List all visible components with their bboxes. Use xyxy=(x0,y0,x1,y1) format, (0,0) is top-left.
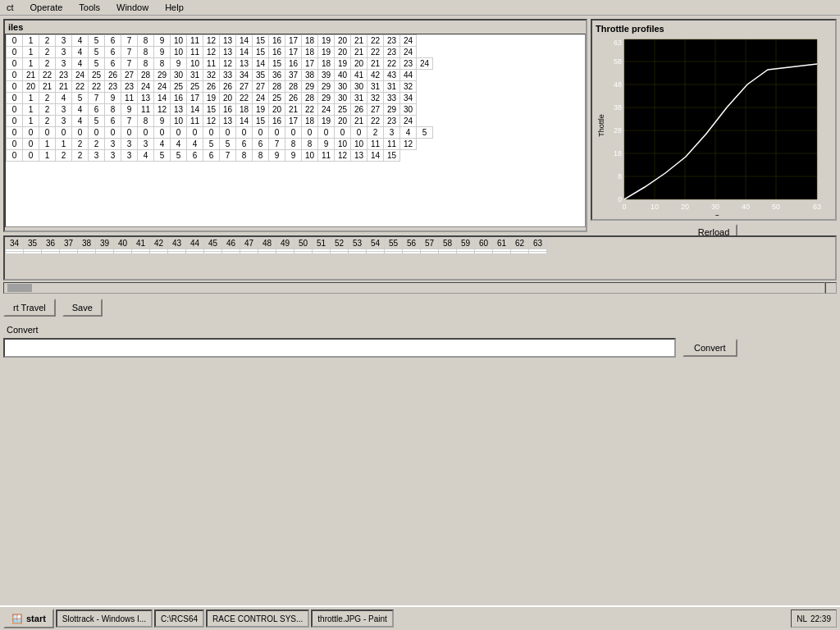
svg-text:63: 63 xyxy=(813,203,821,211)
table-cell: 11 xyxy=(187,35,203,47)
bottom-cell xyxy=(42,252,60,254)
table-cell: 25 xyxy=(269,93,285,104)
table-cell: 1 xyxy=(23,47,39,58)
taskbar-item-rcs64[interactable]: C:\RCS64 xyxy=(154,609,204,628)
table-cell: 16 xyxy=(285,58,302,70)
table-cell: 12 xyxy=(335,150,351,162)
taskbar-item-race-control[interactable]: RACE CONTROL SYS... xyxy=(206,609,309,628)
throttle-chart-svg: 0 10 20 30 40 50 63 0 8 18 xyxy=(596,35,825,216)
table-cell: 1 xyxy=(23,93,39,104)
table-cell: 13 xyxy=(220,116,236,127)
table-cell: 26 xyxy=(351,104,368,116)
table-cell: 7 xyxy=(121,47,138,58)
bottom-col-header: 60 xyxy=(475,238,493,249)
table-cell: 3 xyxy=(56,58,72,70)
table-cell: 4 xyxy=(187,139,203,150)
controls-row: rt Travel Save xyxy=(3,299,837,317)
table-cell: 10 xyxy=(351,139,368,150)
table-cell: 14 xyxy=(236,47,253,58)
table-cell: 23 xyxy=(384,47,400,58)
table-cell: 21 xyxy=(23,70,39,81)
table-row: 0212223242526272829303132333435363738394… xyxy=(7,70,433,81)
table-cell: 7 xyxy=(121,116,138,127)
table-cell: 37 xyxy=(285,70,302,81)
table-cell: 16 xyxy=(269,47,285,58)
chart-x-label: Car xyxy=(714,213,727,216)
menu-window[interactable]: Window xyxy=(113,2,152,13)
bottom-cell xyxy=(349,252,367,254)
table-cell: 11 xyxy=(203,58,220,70)
taskbar-tray: NL 22:39 xyxy=(791,609,837,628)
table-cell: 19 xyxy=(318,116,335,127)
table-cell: 11 xyxy=(384,139,400,150)
taskbar-item-slottrack[interactable]: Slottrack - Windows I... xyxy=(56,609,153,628)
menu-help[interactable]: Help xyxy=(162,2,187,13)
table-cell: 13 xyxy=(236,58,253,70)
table-cell: 39 xyxy=(318,70,335,81)
menu-operate[interactable]: Operate xyxy=(27,2,66,13)
bottom-col-header: 44 xyxy=(186,238,204,249)
taskbar-item-throttle-paint[interactable]: throttle.JPG - Paint xyxy=(311,609,393,628)
table-cell: 13 xyxy=(351,150,368,162)
table-cell: 12 xyxy=(154,104,171,116)
table-cell: 8 xyxy=(138,58,154,70)
table-cell: 42 xyxy=(368,70,384,81)
table-cell: 3 xyxy=(56,47,72,58)
scroll-corner[interactable] xyxy=(825,282,837,294)
table-cell: 0 xyxy=(121,127,138,139)
table-row: 001223334556678899101112131415 xyxy=(7,150,433,162)
table-cell: 13 xyxy=(220,47,236,58)
table-scroll-wrapper[interactable]: 0123456789101112131415161718192021222324… xyxy=(5,34,586,227)
table-cell: 0 xyxy=(23,150,39,162)
table-cell: 9 xyxy=(269,150,285,162)
table-cell: 19 xyxy=(318,47,335,58)
table-cell: 0 xyxy=(7,104,23,116)
table-cell: 5 xyxy=(89,35,105,47)
table-cell: 18 xyxy=(302,47,318,58)
bottom-cell xyxy=(367,252,385,254)
table-cell: 0 xyxy=(318,127,335,139)
table-cell: 5 xyxy=(89,58,105,70)
table-cell: 4 xyxy=(72,35,89,47)
table-cell: 23 xyxy=(384,116,400,127)
bottom-cell xyxy=(6,252,24,254)
bottom-cell xyxy=(150,252,168,254)
convert-button[interactable]: Convert xyxy=(682,339,737,357)
table-cell: 29 xyxy=(384,104,400,116)
table-cell: 16 xyxy=(220,104,236,116)
table-cell: 12 xyxy=(203,116,220,127)
svg-text:63: 63 xyxy=(614,39,622,47)
svg-text:50: 50 xyxy=(772,203,780,211)
table-cell: 0 xyxy=(171,127,187,139)
table-cell: 17 xyxy=(285,116,302,127)
table-cell: 1 xyxy=(39,150,56,162)
table-cell: 14 xyxy=(236,35,253,47)
bottom-cell xyxy=(439,252,457,254)
table-cell: 23 xyxy=(400,58,417,70)
menu-ct[interactable]: ct xyxy=(3,2,17,13)
table-cell: 2 xyxy=(39,35,56,47)
table-cell: 3 xyxy=(89,150,105,162)
horizontal-scrollbar[interactable] xyxy=(3,282,825,294)
bottom-col-header: 62 xyxy=(511,238,529,249)
table-cell: 28 xyxy=(285,81,302,93)
rt-travel-button[interactable]: rt Travel xyxy=(3,299,56,317)
table-cell: 19 xyxy=(335,58,351,70)
menu-tools[interactable]: Tools xyxy=(75,2,103,13)
table-cell: 23 xyxy=(105,81,121,93)
table-cell: 4 xyxy=(400,127,417,139)
svg-text:8: 8 xyxy=(618,172,622,180)
bottom-table-container[interactable]: 3435363738394041424344454647484950515253… xyxy=(3,235,837,281)
convert-input[interactable] xyxy=(3,338,676,358)
bottom-col-header: 46 xyxy=(222,238,240,249)
table-cell: 8 xyxy=(138,35,154,47)
bottom-col-header: 53 xyxy=(349,238,367,249)
data-table: 0123456789101112131415161718192021222324… xyxy=(6,34,433,162)
table-cell: 3 xyxy=(121,139,138,150)
save-button[interactable]: Save xyxy=(62,299,103,317)
start-button[interactable]: 🪟 start xyxy=(3,609,54,628)
table-cell: 12 xyxy=(203,47,220,58)
table-cell: 5 xyxy=(203,139,220,150)
bottom-col-header: 61 xyxy=(493,238,511,249)
table-cell: 0 xyxy=(203,127,220,139)
